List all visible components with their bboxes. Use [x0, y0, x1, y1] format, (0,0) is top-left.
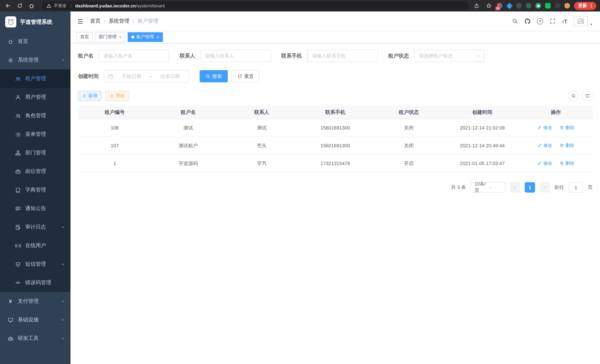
sidebar-item-online-users[interactable]: 在线用户 — [0, 236, 71, 255]
extension-icon[interactable] — [506, 3, 512, 9]
screen: 不安全 dashboard.yudao.iocoder.cn/system/te… — [0, 0, 600, 364]
bookmark-star-icon[interactable] — [485, 2, 493, 10]
extension-glyph — [537, 5, 539, 7]
toggle-search-button[interactable] — [568, 91, 579, 101]
sidebar-item-system[interactable]: 系统管理 — [0, 51, 71, 69]
sidebar-item-pay[interactable]: ¥ 支付管理 — [0, 292, 71, 311]
sidebar-item-role[interactable]: 角色管理 — [0, 106, 71, 125]
close-icon[interactable]: × — [119, 35, 122, 39]
sidebar-item-post[interactable]: 岗位管理 — [0, 162, 71, 181]
sidebar-item-error-code[interactable]: </> 错误码管理 — [0, 273, 71, 292]
address-bar[interactable]: 不安全 dashboard.yudao.iocoder.cn/system/te… — [42, 1, 469, 10]
sidebar-item-tenant[interactable]: 租户管理 — [0, 69, 71, 88]
edit-label: 修改 — [543, 142, 552, 149]
sidebar-item-label: 菜单管理 — [25, 131, 65, 138]
search-icon[interactable] — [512, 18, 518, 24]
field-label: 创建时间 — [78, 73, 99, 80]
add-button[interactable]: 新增 — [78, 91, 102, 101]
yen-icon: ¥ — [7, 298, 13, 304]
extension-icon[interactable] — [535, 3, 541, 9]
extension-icon[interactable]: 10 — [497, 3, 502, 9]
back-icon[interactable] — [4, 2, 12, 10]
cell-phone: 15601691300 — [299, 125, 372, 131]
logo[interactable]: 芋道管理系统 — [0, 11, 71, 32]
url-text[interactable]: dashboard.yudao.iocoder.cn/system/tenant — [75, 3, 165, 8]
extension-icon[interactable] — [545, 3, 551, 9]
sidebar-item-dev-tools[interactable]: 研发工具 — [0, 329, 71, 348]
sidebar-item-dict[interactable]: 字典管理 — [0, 181, 71, 199]
table-row: 107 测试租户 秃头 15601691300 关闭 2021-12-14 20… — [78, 137, 593, 155]
export-button[interactable]: 导出 — [105, 91, 129, 101]
delete-link[interactable]: 删除 — [559, 160, 574, 167]
close-icon[interactable]: × — [157, 35, 159, 39]
breadcrumb-item-home[interactable]: 首页 — [90, 18, 101, 25]
extension-icon[interactable] — [564, 3, 570, 9]
page-size-select[interactable]: 10条/页 — [470, 182, 505, 193]
extension-icon[interactable] — [516, 3, 522, 9]
user-avatar[interactable] — [574, 16, 593, 26]
delete-link[interactable]: 删除 — [559, 125, 574, 131]
date-range-picker[interactable]: 开始日期 - 结束日期 — [104, 70, 189, 82]
reset-button[interactable]: 重置 — [232, 70, 260, 82]
url-domain: dashboard.yudao.iocoder.cn — [75, 3, 136, 8]
tab-home[interactable]: 首页 — [76, 32, 93, 42]
sidebar-submenu-system: 租户管理 用户管理 角色管理 — [0, 69, 71, 292]
share-icon[interactable] — [472, 2, 480, 10]
extension-icon[interactable] — [555, 3, 560, 9]
monitor-icon — [7, 317, 13, 323]
sidebar-item-home[interactable]: 首页 — [0, 32, 71, 51]
avatar-image — [574, 16, 588, 26]
user-icon — [15, 94, 21, 100]
next-page-button[interactable] — [540, 182, 550, 193]
column-header: 联系手机 — [299, 109, 372, 116]
goto-page-input[interactable] — [568, 182, 583, 193]
sidebar-item-sms[interactable]: 短信管理 — [0, 255, 71, 273]
sidebar-item-label: 通知公告 — [25, 205, 65, 212]
sidebar-item-infra[interactable]: 基础设施 — [0, 311, 71, 329]
help-icon[interactable]: ? — [537, 18, 544, 24]
sidebar-item-menu[interactable]: 菜单管理 — [0, 125, 71, 144]
tab-tenant[interactable]: 租户管理 × — [128, 32, 163, 42]
sidebar-item-notice[interactable]: 通知公告 — [0, 199, 71, 218]
page-number-button[interactable]: 1 — [525, 182, 535, 193]
contact-input[interactable] — [200, 50, 271, 62]
search-button[interactable]: 搜索 — [200, 70, 228, 82]
browser-menu-icon[interactable]: ⋮ — [589, 3, 594, 8]
list-icon — [15, 131, 21, 137]
home-icon[interactable] — [28, 2, 36, 10]
prev-page-button[interactable] — [510, 182, 520, 193]
column-header: 创建时间 — [445, 109, 519, 116]
reload-icon[interactable] — [16, 2, 24, 10]
edit-label: 修改 — [543, 160, 552, 167]
tenant-name-input[interactable] — [99, 50, 169, 62]
status-select[interactable]: 请选择租户状态 — [414, 50, 485, 62]
main-panel: 首页 / 系统管理 / 租户管理 ? — [71, 11, 600, 364]
sidebar-item-label: 首页 — [18, 38, 65, 45]
security-label[interactable]: 不安全 — [54, 3, 67, 9]
fullscreen-icon[interactable] — [550, 18, 556, 24]
delete-label: 删除 — [565, 160, 574, 167]
cell-tenant-id: 1 — [78, 161, 151, 166]
edit-link[interactable]: 修改 — [537, 142, 552, 149]
shield-icon — [15, 261, 21, 267]
sidebar-item-user[interactable]: 用户管理 — [0, 88, 71, 106]
sidebar-item-dept[interactable]: 部门管理 — [0, 144, 71, 162]
warning-icon — [46, 3, 52, 9]
sidebar-item-audit-log[interactable]: 审计日志 — [0, 218, 71, 236]
cell-status: 关闭 — [372, 124, 445, 131]
browser-update-button[interactable]: 更新 ⋮ — [574, 2, 596, 10]
delete-label: 删除 — [565, 125, 574, 131]
font-size-icon[interactable]: TT — [562, 18, 567, 24]
refresh-button[interactable] — [582, 91, 593, 101]
edit-link[interactable]: 修改 — [537, 125, 552, 131]
github-icon[interactable] — [525, 18, 531, 24]
phone-input[interactable] — [307, 50, 378, 62]
sidebar-item-label: 基础设施 — [18, 317, 56, 323]
breadcrumb-item-system[interactable]: 系统管理 — [109, 18, 130, 25]
edit-link[interactable]: 修改 — [537, 160, 552, 167]
chevron-down-icon — [476, 54, 480, 58]
tab-dept[interactable]: 部门管理 × — [95, 32, 125, 42]
delete-link[interactable]: 删除 — [559, 142, 574, 149]
extension-icon[interactable] — [526, 3, 531, 9]
sidebar-fold-icon[interactable] — [77, 18, 84, 24]
